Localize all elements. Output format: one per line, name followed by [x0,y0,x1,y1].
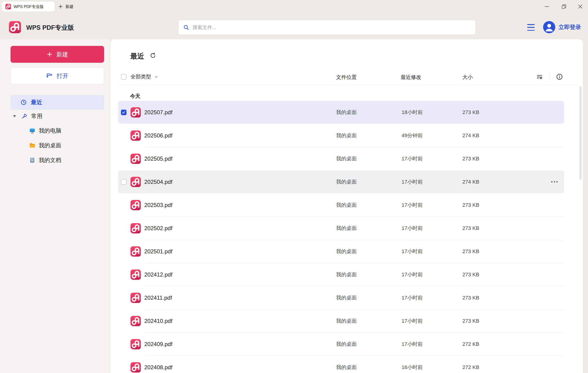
pdf-file-icon [130,240,141,263]
new-file-button[interactable]: 新建 [10,46,104,63]
file-row[interactable]: 202503.pdf 我的桌面 17小时前 273 KB [110,193,583,217]
login-button[interactable]: 立即登录 [543,21,581,33]
row-checkbox-cell [121,170,126,193]
file-modified: 17小时前 [402,217,423,240]
row-more-menu[interactable] [547,170,561,193]
file-size: 273 KB [462,101,479,124]
menu-icon[interactable] [527,24,535,31]
computer-icon [29,127,36,134]
file-size: 274 KB [462,170,479,193]
type-filter[interactable]: 全部类型 [130,71,158,83]
file-modified: 17小时前 [402,147,423,170]
close-button[interactable] [573,0,588,13]
file-row[interactable]: 202409.pdf 我的桌面 17小时前 272 KB [110,332,583,356]
search-input[interactable] [192,25,462,30]
file-row[interactable]: 202504.pdf 我的桌面 17小时前 274 KB [110,170,583,193]
file-modified: 17小时前 [402,170,423,193]
file-row[interactable]: 202412.pdf 我的桌面 17小时前 273 KB [110,263,583,286]
file-row[interactable]: 202411.pdf 我的桌面 17小时前 273 KB [110,286,583,309]
file-name: 202507.pdf [144,101,172,124]
file-name: 202506.pdf [144,124,172,147]
file-location: 我的桌面 [336,124,357,147]
sidebar [0,39,110,373]
pdf-file-icon [130,217,141,240]
file-location: 我的桌面 [336,101,357,124]
info-icon[interactable] [556,73,563,80]
file-row[interactable]: 202408.pdf 我的桌面 16小时前 272 KB [110,356,583,373]
app-logo [8,21,21,34]
file-modified: 17小时前 [402,263,423,286]
pdf-file-icon [130,356,141,373]
toolbar-divider [550,73,550,81]
file-name: 202409.pdf [144,332,172,356]
search-bar[interactable] [178,20,476,35]
expand-arrow-icon[interactable] [13,115,16,117]
type-filter-label: 全部类型 [130,73,151,80]
file-location: 我的桌面 [336,286,357,309]
file-modified: 17小时前 [402,332,423,356]
scrollbar-thumb[interactable] [579,86,582,180]
file-row[interactable]: 202506.pdf 我的桌面 49分钟前 274 KB [110,124,583,147]
file-size: 272 KB [462,332,479,356]
ellipsis-icon [551,181,557,182]
new-file-label: 新建 [56,51,68,58]
select-all-checkbox[interactable] [121,74,126,80]
open-file-button[interactable]: 打开 [10,67,104,84]
sidebar-item-recent-content[interactable]: 最近 [21,95,42,110]
plus-icon [58,4,63,9]
row-checkbox-cell [121,101,126,124]
file-modified: 17小时前 [402,240,423,263]
pdf-file-icon [130,101,141,124]
file-row[interactable]: 202505.pdf 我的桌面 17小时前 273 KB [110,147,583,170]
row-checkbox-checked[interactable] [121,110,126,115]
file-modified: 17小时前 [402,309,423,332]
column-header-location[interactable]: 文件位置 [336,74,357,81]
folder-open-icon [46,73,53,79]
file-location: 我的桌面 [336,240,357,263]
refresh-icon[interactable] [150,52,156,59]
file-row[interactable]: 202507.pdf 我的桌面 18小时前 273 KB [110,101,583,124]
file-name: 202408.pdf [144,356,172,373]
file-size: 273 KB [462,217,479,240]
column-header-modified[interactable]: 最近修改 [401,74,421,81]
sidebar-item-my-documents[interactable]: 我的文档 [29,153,61,167]
pdf-file-icon [130,286,141,309]
display-settings-icon[interactable] [536,73,543,80]
file-size: 273 KB [462,240,479,263]
file-location: 我的桌面 [336,356,357,373]
sidebar-item-my-desktop[interactable]: 我的桌面 [29,138,61,153]
file-modified: 17小时前 [402,286,423,309]
window-tab[interactable]: WPS PDF专业版 [2,2,55,11]
section-label-today: 今天 [130,93,140,100]
sidebar-item-label: 我的电脑 [39,127,61,134]
file-name: 202503.pdf [144,193,172,217]
sidebar-item-label: 最近 [31,99,42,106]
file-row[interactable]: 202502.pdf 我的桌面 17小时前 273 KB [110,217,583,240]
file-row[interactable]: 202410.pdf 我的桌面 17小时前 273 KB [110,309,583,332]
restore-button[interactable] [556,0,571,13]
file-name: 202504.pdf [144,170,172,193]
file-name: 202411.pdf [144,286,172,309]
file-location: 我的桌面 [336,193,357,217]
sidebar-item-my-computer[interactable]: 我的电脑 [29,123,61,138]
new-tab-button[interactable]: 新建 [58,2,74,11]
file-size: 274 KB [462,124,479,147]
file-modified: 16小时前 [402,356,423,373]
file-modified: 18小时前 [402,101,423,124]
row-checkbox[interactable] [121,179,126,185]
file-location: 我的桌面 [336,147,357,170]
app-title: WPS PDF专业版 [26,23,74,32]
file-location: 我的桌面 [336,332,357,356]
file-name: 202412.pdf [144,263,172,286]
document-icon [29,157,36,164]
page-title: 最近 [130,52,144,61]
pdf-file-icon [130,263,141,286]
file-size: 272 KB [462,356,479,373]
wps-pdf-window: WPS PDF专业版 新建 WPS PDF专业版 [0,0,588,373]
tab-title: WPS PDF专业版 [14,4,43,9]
column-header-size[interactable]: 大小 [462,74,473,81]
file-row[interactable]: 202501.pdf 我的桌面 17小时前 273 KB [110,240,583,263]
file-list: 202507.pdf 我的桌面 18小时前 273 KB 202506.pdf … [110,101,583,373]
minimize-button[interactable] [539,0,554,13]
sidebar-item-pinned[interactable]: 常用 [13,109,42,123]
